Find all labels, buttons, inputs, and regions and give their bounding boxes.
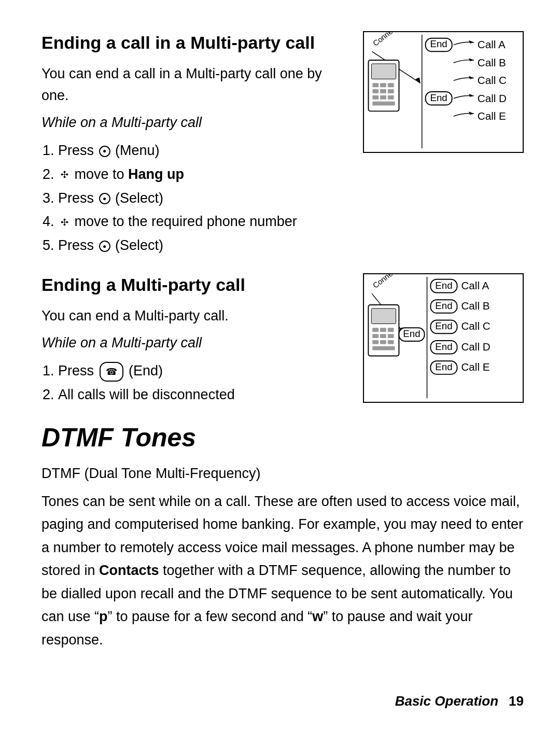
svg-text:End: End xyxy=(435,320,452,331)
svg-text:End: End xyxy=(430,92,447,103)
svg-rect-36 xyxy=(380,328,386,332)
svg-marker-27 xyxy=(469,111,474,115)
page-number: 19 xyxy=(509,693,524,709)
svg-text:Call D: Call D xyxy=(461,341,490,353)
select-button-icon: ● xyxy=(99,193,110,204)
dtmf-body: Tones can be sent while on a call. These… xyxy=(41,490,524,652)
svg-text:Call D: Call D xyxy=(478,92,507,104)
svg-text:End: End xyxy=(435,280,452,291)
section1-intro: You can end a call in a Multi-party call… xyxy=(41,63,327,107)
section2-title: Ending a Multi-party call xyxy=(41,273,327,296)
svg-rect-11 xyxy=(372,95,379,100)
diagram2: Connection 1 End xyxy=(358,273,524,403)
svg-rect-14 xyxy=(372,102,395,106)
step-item: Press ● (Menu) xyxy=(58,139,327,163)
svg-rect-42 xyxy=(380,340,386,344)
svg-text:End: End xyxy=(435,300,452,311)
svg-rect-40 xyxy=(388,334,394,338)
svg-rect-37 xyxy=(388,328,394,332)
section1-container: Ending a call in a Multi-party call You … xyxy=(41,31,524,258)
section2-container: Ending a Multi-party call You can end a … xyxy=(41,273,524,407)
section2-while: While on a Multi-party call xyxy=(41,332,327,354)
p-bold: p xyxy=(99,609,108,624)
svg-rect-41 xyxy=(372,340,379,344)
select-button-icon2: ● xyxy=(99,241,110,252)
menu-button-icon: ● xyxy=(99,146,110,157)
svg-rect-8 xyxy=(372,89,379,93)
dtmf-title: DTMF Tones xyxy=(41,423,524,453)
step-item: Press ● (Select) xyxy=(58,234,327,258)
svg-text:Call E: Call E xyxy=(461,361,489,373)
svg-text:Call C: Call C xyxy=(478,74,507,86)
svg-text:Call E: Call E xyxy=(478,110,506,122)
diagram2-svg: Connection 1 End xyxy=(363,273,524,403)
section1-title: Ending a call in a Multi-party call xyxy=(41,31,327,54)
section2-steps: Press ☎ (End) All calls will be disconne… xyxy=(58,359,327,407)
svg-rect-43 xyxy=(388,340,394,344)
section1-while: While on a Multi-party call xyxy=(41,112,327,134)
svg-text:Call C: Call C xyxy=(461,320,490,332)
end-call-icon: ☎ xyxy=(100,362,123,382)
svg-marker-17 xyxy=(469,40,474,44)
diagram1-svg: Connection 1 End xyxy=(363,31,524,153)
page-footer: Basic Operation 19 xyxy=(395,693,524,709)
w-bold: w xyxy=(312,609,323,624)
svg-rect-9 xyxy=(380,89,386,93)
step-item: All calls will be disconnected xyxy=(58,383,327,407)
section2-text: Ending a Multi-party call You can end a … xyxy=(41,273,342,407)
svg-rect-7 xyxy=(388,83,394,87)
section2-intro: You can end a Multi-party call. xyxy=(41,305,327,327)
svg-text:Call B: Call B xyxy=(461,300,489,312)
svg-rect-4 xyxy=(371,64,396,79)
svg-rect-38 xyxy=(372,334,379,338)
svg-marker-21 xyxy=(469,76,474,79)
svg-text:End: End xyxy=(435,341,452,352)
dtmf-section: DTMF Tones DTMF (Dual Tone Multi-Frequen… xyxy=(41,423,524,652)
nav-icon: ✣ xyxy=(58,169,71,181)
diagram1: Connection 1 End xyxy=(358,31,524,153)
svg-rect-13 xyxy=(388,95,394,100)
svg-text:Call B: Call B xyxy=(478,57,506,68)
svg-text:End: End xyxy=(435,361,452,372)
svg-rect-6 xyxy=(380,83,386,87)
step-item: ✣ move to Hang up xyxy=(58,163,327,187)
contacts-bold: Contacts xyxy=(99,563,159,578)
svg-rect-34 xyxy=(371,308,396,324)
step-item: ✣ move to the required phone number xyxy=(58,210,327,234)
svg-rect-5 xyxy=(372,83,379,87)
svg-marker-25 xyxy=(469,94,474,97)
svg-marker-19 xyxy=(469,58,474,61)
svg-text:Call A: Call A xyxy=(478,38,506,50)
section1-steps: Press ● (Menu) ✣ move to Hang up Press ●… xyxy=(58,139,327,258)
svg-text:Connection 1: Connection 1 xyxy=(371,273,412,290)
svg-rect-10 xyxy=(388,89,394,93)
svg-rect-12 xyxy=(380,95,386,100)
svg-text:Connection 1: Connection 1 xyxy=(371,31,412,48)
svg-text:End: End xyxy=(430,38,447,49)
footer-label: Basic Operation xyxy=(395,693,498,709)
nav-icon2: ✣ xyxy=(58,216,71,229)
section1-text: Ending a call in a Multi-party call You … xyxy=(41,31,342,258)
dtmf-subtitle: DTMF (Dual Tone Multi-Frequency) xyxy=(41,463,524,485)
step-item: Press ☎ (End) xyxy=(58,359,327,383)
svg-text:End: End xyxy=(403,328,420,339)
svg-rect-39 xyxy=(380,334,386,338)
svg-rect-35 xyxy=(372,328,379,332)
svg-rect-44 xyxy=(372,346,395,350)
step-item: Press ● (Select) xyxy=(58,187,327,210)
svg-text:Call A: Call A xyxy=(461,279,489,291)
